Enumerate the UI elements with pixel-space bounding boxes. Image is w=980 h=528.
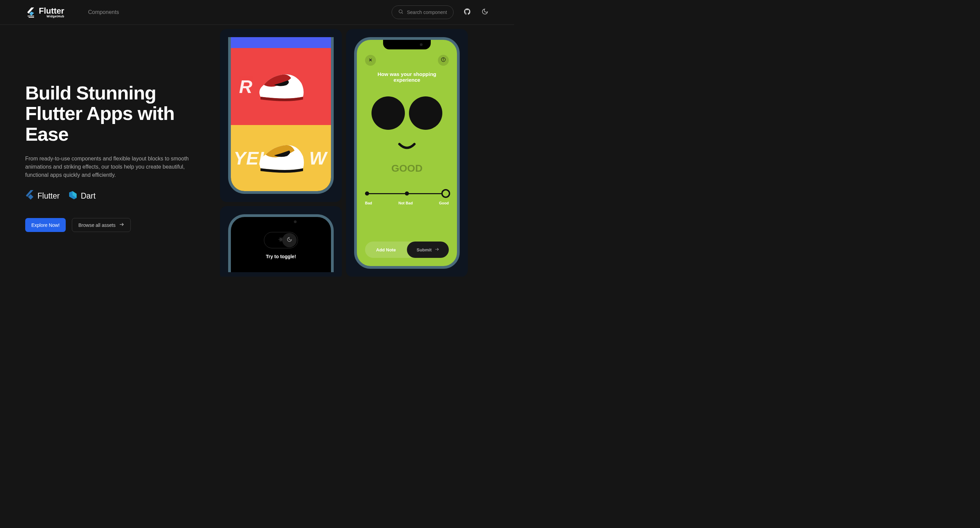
- submit-button[interactable]: Submit: [407, 241, 449, 258]
- shoe-slot-red: R: [231, 48, 331, 125]
- shoe-showcase-card: R YEL W: [220, 29, 342, 202]
- toggle-caption: Try to toggle!: [266, 254, 296, 259]
- smile-icon: [398, 142, 417, 152]
- slider-thumb[interactable]: [441, 189, 450, 198]
- arrow-right-icon: [434, 247, 439, 253]
- phone-frame-feedback: How was your shopping experience GOOD: [354, 37, 460, 269]
- tech-dart-label: Dart: [81, 191, 95, 201]
- feedback-eyes: [372, 96, 442, 130]
- submit-label: Submit: [417, 247, 431, 252]
- logo-text: Flutter WidgetHub: [39, 7, 64, 18]
- tech-flutter: Flutter: [25, 190, 60, 202]
- eye-left-icon: [372, 96, 405, 130]
- browse-assets-label: Browse all assets: [78, 222, 115, 228]
- feedback-actions: Add Note Submit: [365, 241, 449, 258]
- shoe-slot-blue: [231, 37, 331, 48]
- slider-labels: Bad Not Bad Good: [365, 201, 449, 205]
- tech-flutter-label: Flutter: [37, 191, 60, 201]
- svg-rect-0: [28, 16, 34, 16]
- eye-right-icon: [409, 96, 442, 130]
- preview-area: R YEL W: [216, 25, 489, 277]
- toggle-demo-card: Try to toggle!: [220, 206, 342, 277]
- sneaker-yellow-icon: [254, 138, 308, 179]
- theme-toggle-pill[interactable]: [264, 232, 298, 248]
- arrow-right-icon: [119, 222, 124, 228]
- site-logo[interactable]: Flutter WidgetHub: [25, 7, 64, 18]
- svg-point-18: [443, 59, 443, 59]
- preview-column-1: R YEL W: [220, 29, 342, 277]
- svg-point-5: [280, 238, 282, 240]
- cta-row: Explore Now! Browse all assets: [25, 218, 216, 232]
- theme-toggle[interactable]: [481, 8, 489, 16]
- phone-frame-toggle: Try to toggle!: [228, 214, 334, 272]
- moon-icon: [287, 237, 292, 244]
- svg-rect-1: [29, 17, 34, 18]
- browse-assets-button[interactable]: Browse all assets: [72, 218, 131, 232]
- github-link[interactable]: [463, 8, 471, 16]
- logo-sub-text: WidgetHub: [39, 15, 64, 18]
- feedback-info-button[interactable]: [438, 55, 449, 66]
- preview-column-2: How was your shopping experience GOOD: [346, 29, 468, 277]
- phone-notch: [383, 40, 431, 49]
- phone-frame-shoes: R YEL W: [228, 37, 334, 194]
- search-input[interactable]: [407, 10, 447, 15]
- slider-stop-bad: [365, 191, 369, 196]
- hero-description: From ready-to-use components and flexibl…: [25, 155, 192, 179]
- logo-main-text: Flutter: [39, 7, 64, 15]
- feedback-face: [372, 96, 442, 152]
- shoe-slot-yellow: YEL W: [231, 125, 331, 191]
- svg-line-3: [402, 13, 403, 14]
- close-icon: [368, 57, 372, 63]
- info-icon: [441, 57, 446, 63]
- github-icon: [463, 8, 471, 17]
- sneaker-red-icon: [254, 66, 308, 107]
- nav-components-link[interactable]: Components: [88, 9, 119, 15]
- feedback-question: How was your shopping experience: [365, 71, 449, 83]
- shoe-yellow-label-right: W: [309, 147, 327, 169]
- feedback-close-button[interactable]: [365, 55, 376, 66]
- site-header: Flutter WidgetHub Components: [0, 0, 514, 25]
- shoe-red-label: R: [239, 76, 253, 97]
- feedback-mood-label: GOOD: [391, 163, 423, 174]
- hero-section: Build Stunning Flutter Apps with Ease Fr…: [25, 25, 216, 277]
- tech-dart: Dart: [68, 190, 95, 201]
- slider-stop-notbad: [405, 191, 409, 196]
- header-right: [391, 5, 489, 19]
- hero-title: Build Stunning Flutter Apps with Ease: [25, 83, 216, 144]
- phone-notch: [257, 217, 305, 227]
- add-note-button[interactable]: Add Note: [365, 241, 407, 258]
- add-note-label: Add Note: [376, 247, 396, 252]
- slider-label-good: Good: [439, 201, 449, 205]
- moon-icon: [482, 8, 488, 16]
- feedback-demo-card: How was your shopping experience GOOD: [346, 29, 468, 277]
- toggle-knob: [282, 233, 297, 247]
- slider-track: [365, 193, 449, 194]
- feedback-slider[interactable]: Bad Not Bad Good: [365, 193, 449, 205]
- feedback-body: How was your shopping experience GOOD: [357, 40, 457, 266]
- flutter-logo-icon: [25, 7, 36, 18]
- slider-label-notbad: Not Bad: [398, 201, 413, 205]
- search-box[interactable]: [391, 5, 453, 19]
- explore-button[interactable]: Explore Now!: [25, 218, 66, 232]
- main-content: Build Stunning Flutter Apps with Ease Fr…: [0, 25, 514, 277]
- svg-line-12: [279, 241, 280, 241]
- dart-icon: [68, 190, 77, 201]
- slider-label-bad: Bad: [365, 201, 372, 205]
- svg-point-2: [399, 10, 402, 13]
- search-icon: [398, 9, 404, 16]
- feedback-top-row: [365, 55, 449, 66]
- flutter-icon: [25, 190, 34, 202]
- header-left: Flutter WidgetHub Components: [25, 7, 119, 18]
- tech-logos: Flutter Dart: [25, 190, 216, 202]
